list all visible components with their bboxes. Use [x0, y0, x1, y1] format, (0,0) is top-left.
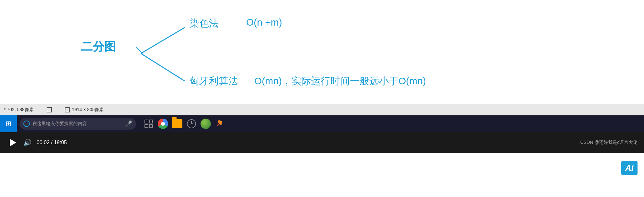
chrome-icon: [158, 119, 168, 129]
chrome-button[interactable]: [156, 117, 170, 131]
folder-icon: [172, 119, 182, 128]
svg-rect-5: [145, 124, 148, 128]
time-display: 00:02 / 19:05: [37, 140, 67, 145]
ranse-label: 染色法: [190, 17, 219, 30]
rocket-icon: [215, 119, 225, 129]
svg-point-11: [220, 121, 222, 123]
file-explorer-button[interactable]: [170, 117, 184, 131]
task-view-icon: [144, 120, 153, 128]
microphone-icon[interactable]: 🎤: [125, 120, 132, 127]
play-button[interactable]: [6, 137, 18, 148]
ranse-complexity: O(n +m): [246, 17, 282, 28]
hungarian-complexity: O(mn)，实际运行时间一般远小于O(mn): [254, 75, 426, 88]
status-dimensions: 1914 × 805像素: [65, 107, 104, 113]
svg-line-12: [217, 124, 219, 126]
clock-button[interactable]: [184, 117, 199, 131]
svg-rect-4: [149, 120, 153, 123]
rocket-button[interactable]: [213, 117, 227, 131]
hungarian-label: 匈牙利算法: [190, 75, 238, 88]
taskbar: ⊞ 在这里输入你要搜索的内容 🎤: [0, 115, 644, 132]
svg-line-0: [141, 28, 185, 53]
svg-rect-3: [145, 120, 148, 123]
maps-button[interactable]: [199, 117, 213, 131]
dimensions-icon: [65, 107, 70, 112]
search-circle-icon: [23, 121, 30, 127]
search-placeholder: 在这里输入你要搜索的内容: [32, 121, 122, 127]
status-selection: [47, 107, 52, 112]
task-view-button[interactable]: [142, 117, 156, 131]
taskbar-divider: [139, 119, 139, 129]
status-coords: * 702, 588像素: [4, 107, 34, 113]
selection-icon: [47, 107, 52, 112]
video-controls: 🔊 00:02 / 19:05 CSDN @还好我是c语言大佬 Ai: [0, 132, 644, 153]
status-bar: * 702, 588像素 1914 × 805像素: [0, 104, 644, 115]
time-total: 19:05: [54, 140, 67, 145]
time-current: 00:02: [37, 140, 50, 145]
svg-line-2: [136, 47, 143, 53]
bifentu-label: 二分图: [81, 39, 116, 55]
volume-icon: 🔊: [23, 139, 31, 146]
ai-badge: Ai: [621, 161, 638, 175]
windows-icon: ⊞: [6, 120, 11, 128]
play-icon: [10, 139, 16, 146]
clock-icon: [186, 119, 197, 129]
maps-icon: [201, 119, 211, 129]
svg-rect-6: [149, 124, 153, 128]
start-button[interactable]: ⊞: [0, 115, 17, 132]
svg-line-1: [141, 53, 185, 81]
main-content: 二分图 染色法 O(n +m) 匈牙利算法 O(mn)，实际运行时间一般远小于O…: [0, 0, 644, 104]
search-bar[interactable]: 在这里输入你要搜索的内容 🎤: [19, 118, 136, 130]
volume-button[interactable]: 🔊: [23, 139, 31, 146]
watermark: CSDN @还好我是c语言大佬: [580, 140, 638, 145]
